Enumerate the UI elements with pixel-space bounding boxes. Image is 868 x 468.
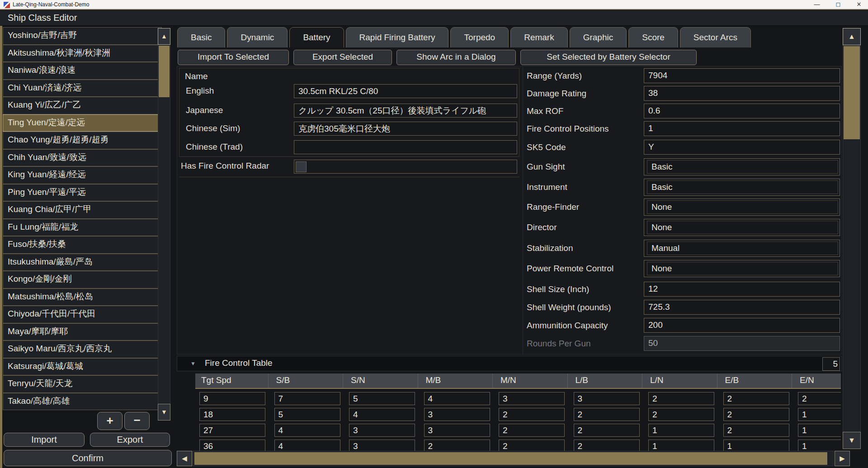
scroll-left-button[interactable]: ◀ [177,451,192,466]
list-item-ship[interactable]: Saikyo Maru/西京丸/西京丸 [3,340,162,358]
ship-list-scroll-down-button[interactable]: ▼ [158,404,170,421]
vertical-scrollbar-thumb[interactable] [844,46,860,139]
list-item-ship[interactable]: Fuso/扶桑/扶桑 [3,236,162,254]
tab-basic[interactable]: Basic [177,27,225,47]
fc-table-cell[interactable]: 5 [349,392,415,405]
name-field-input[interactable]: クルップ 30.5cm（25口径）後装填式ライフル砲 [294,104,517,118]
list-item-ship[interactable]: Chao Yung/超勇/超勇/超勇 [3,132,162,149]
list-item-ship[interactable]: Itsukushima/厳島/严岛 [3,254,162,271]
list-item-ship[interactable]: Maya/摩耶/摩耶 [3,323,162,341]
confirm-button[interactable]: Confirm [4,450,172,466]
fc-table-cell[interactable]: 2 [574,440,640,451]
tab-remark[interactable]: Remark [510,27,568,47]
property-input[interactable]: 200 [644,318,840,333]
list-item-ship[interactable]: Naniwa/浪速/浪速 [3,62,162,80]
fc-table-cell[interactable]: 2 [723,424,789,437]
property-dropdown[interactable]: Manual [644,240,840,257]
fc-table-cell[interactable]: 3 [499,392,565,405]
property-input[interactable]: 725.3 [644,300,840,315]
property-input[interactable]: 7904 [644,68,840,83]
toolbar-button-1[interactable]: Import To Selected [178,50,289,65]
list-item-ship[interactable]: Kuang Yi/広乙/广乙 [3,97,162,114]
fc-table-cell[interactable]: 18 [199,408,265,421]
list-item-ship[interactable]: King Yuan/経遠/经远 [3,166,162,184]
tab-graphic[interactable]: Graphic [570,27,627,47]
fc-table-cell[interactable]: 2 [648,408,714,421]
fc-table-cell[interactable]: 2 [798,392,841,405]
property-dropdown[interactable]: None [644,199,840,216]
fc-table-cell[interactable]: 2 [648,392,714,405]
fc-table-cell[interactable]: 4 [274,440,340,451]
fc-table-cell[interactable]: 4 [424,392,490,405]
horizontal-scrollbar-thumb[interactable] [194,452,827,465]
fc-table-cell[interactable]: 3 [424,424,490,437]
fc-table-cell[interactable]: 2 [574,424,640,437]
list-item-ship[interactable]: Kongo/金剛/金刚 [3,271,162,288]
list-item-ship[interactable]: Kuang Chia/広甲/广甲 [3,201,162,219]
tab-sector-arcs[interactable]: Sector Arcs [680,27,751,47]
fc-table-cell[interactable]: 7 [274,392,340,405]
fc-table-cell[interactable]: 4 [274,424,340,437]
list-item-ship[interactable]: Ting Yuen/定遠/定远 [3,114,162,132]
list-item-ship[interactable]: Chih Yuan/致遠/致远 [3,149,162,167]
maximize-button[interactable]: ◻ [829,0,848,9]
tab-score[interactable]: Score [628,27,678,47]
toolbar-button-2[interactable]: Export Selected [293,50,392,65]
property-input[interactable]: 38 [644,86,840,101]
fc-table-cell[interactable]: 3 [574,392,640,405]
name-field-input[interactable]: 克虏伯305毫米口径大炮 [294,122,517,136]
import-button[interactable]: Import [4,433,85,447]
fc-table-cell[interactable]: 3 [349,424,415,437]
tab-dynamic[interactable]: Dynamic [227,27,288,47]
ship-list-scroll-up-button[interactable]: ▲ [158,28,170,45]
fc-table-cell[interactable]: 2 [499,424,565,437]
toolbar-button-4[interactable]: Set Selected by Battery Selector [520,50,697,65]
property-input[interactable]: 12 [644,282,840,297]
list-item-ship[interactable]: Ping Yuen/平遠/平远 [3,184,162,202]
property-input[interactable]: Y [644,140,840,155]
property-dropdown[interactable]: Basic [644,158,840,175]
close-button[interactable]: ✕ [849,0,868,9]
property-input[interactable]: 0.6 [644,104,840,118]
scroll-right-button[interactable]: ▶ [835,451,850,466]
fc-table-cell[interactable]: 1 [648,440,714,451]
list-item-ship[interactable]: Matsushima/松島/松岛 [3,288,162,306]
scroll-up-button[interactable]: ▲ [843,28,861,45]
property-dropdown[interactable]: None [644,219,840,236]
fc-table-cell[interactable]: 5 [274,408,340,421]
list-item-ship[interactable]: Fu Lung/福龍/福龙 [3,219,162,236]
add-ship-button[interactable]: + [97,412,123,430]
fc-table-cell[interactable]: 2 [723,392,789,405]
fc-table-cell[interactable]: 2 [574,408,640,421]
scroll-down-button[interactable]: ▼ [843,432,861,449]
list-item-ship[interactable]: Yoshino/吉野/吉野 [3,27,162,45]
fc-table-cell[interactable]: 1 [798,440,841,451]
list-item-ship[interactable]: Tenryu/天龍/天龙 [3,375,162,393]
fc-table-cell[interactable]: 3 [349,440,415,451]
list-item-ship[interactable]: Chiyoda/千代田/千代田 [3,306,162,323]
list-item-ship[interactable]: Katsuragi/葛城/葛城 [3,358,162,376]
fc-table-cell[interactable]: 3 [424,408,490,421]
property-dropdown[interactable]: None [644,260,840,277]
fc-table-cell[interactable]: 2 [499,408,565,421]
list-item-ship[interactable]: Chi Yuan/済遠/济远 [3,80,162,97]
fc-table-cell[interactable]: 4 [349,408,415,421]
fc-table-cell[interactable]: 2 [424,440,490,451]
tab-battery[interactable]: Battery [289,27,344,47]
list-item-ship[interactable]: Takao/高雄/高雄 [3,393,162,411]
toolbar-button-3[interactable]: Show Arc in a Dialog [396,50,516,65]
fc-table-cell[interactable]: 36 [199,440,265,451]
has-fire-control-radar-checkbox[interactable] [296,161,307,172]
minimize-button[interactable]: — [807,0,826,9]
fc-table-cell[interactable]: 1 [723,440,789,451]
name-field-input[interactable] [294,140,517,154]
tab-rapid-firing-battery[interactable]: Rapid Firing Battery [346,27,449,47]
property-input[interactable]: 1 [644,121,840,136]
remove-ship-button[interactable]: − [124,412,150,430]
export-button[interactable]: Export [90,433,170,447]
fc-table-cell[interactable]: 9 [199,392,265,405]
collapse-icon[interactable]: ▼ [190,360,196,367]
property-dropdown[interactable]: Basic [644,179,840,196]
tab-torpedo[interactable]: Torpedo [450,27,509,47]
fc-table-cell[interactable]: 27 [199,424,265,437]
